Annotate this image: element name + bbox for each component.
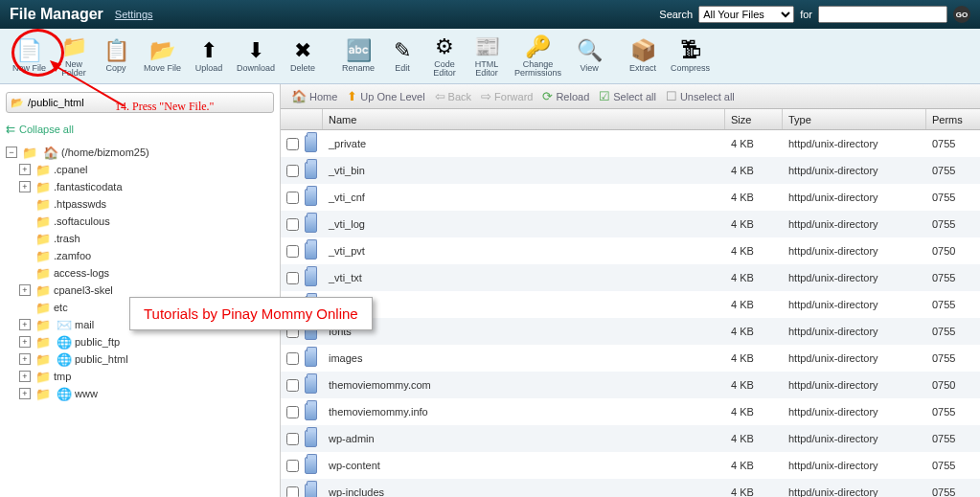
toolbar-view[interactable]: 🔍View [569, 33, 609, 79]
path-icon: 📂 [11, 97, 24, 109]
file-row[interactable]: _vti_cnf4 KBhttpd/unix-directory0755 [281, 184, 980, 211]
toggle-icon[interactable]: − [6, 147, 17, 158]
unselect-all-button[interactable]: ☐Unselect all [666, 89, 735, 103]
tree-node[interactable]: 📁.htpasswds [6, 195, 274, 213]
right-panel: 🏠Home ⬆Up One Level ⇦Back ⇨Forward ⟳Relo… [281, 84, 980, 497]
row-checkbox[interactable] [286, 486, 299, 498]
folder-icon [305, 242, 317, 260]
folder-icon: 📁 [35, 215, 51, 228]
row-checkbox[interactable] [286, 460, 299, 472]
toolbar-extract[interactable]: 📦Extract [623, 33, 663, 79]
toggle-icon[interactable]: + [19, 353, 31, 365]
toolbar-html-editor[interactable]: 📰HTMLEditor [467, 33, 507, 79]
toolbar-change-permissions[interactable]: 🔑ChangePermissions [509, 33, 567, 79]
forward-button[interactable]: ⇨Forward [481, 89, 533, 103]
file-row[interactable]: themoviemommy.info4 KBhttpd/unix-directo… [281, 398, 980, 425]
toggle-icon[interactable]: + [19, 164, 31, 175]
folder-icon: 📁 [35, 335, 51, 349]
toggle-icon[interactable]: + [19, 336, 31, 348]
toolbar-edit[interactable]: ✎Edit [382, 33, 422, 79]
row-checkbox[interactable] [286, 379, 299, 392]
file-row[interactable]: _vti_log4 KBhttpd/unix-directory0755 [281, 211, 980, 237]
go-button[interactable]: GO [953, 6, 970, 23]
copy-icon: 📋 [103, 38, 128, 63]
tree-node[interactable]: +📁.fantasticodata [6, 178, 274, 195]
file-row[interactable]: wp-admin4 KBhttpd/unix-directory0755 [281, 425, 980, 452]
toolbar-new-file[interactable]: 📄New File [7, 33, 52, 79]
file-row[interactable]: _vti_pvt4 KBhttpd/unix-directory0750 [281, 237, 980, 264]
col-type[interactable]: Type [783, 109, 926, 129]
header-bar: File Manager Settings Search All Your Fi… [0, 0, 980, 29]
reload-button[interactable]: ⟳Reload [542, 89, 589, 103]
row-checkbox[interactable] [286, 138, 299, 150]
tree-node[interactable]: +📁🌐public_ftp [6, 333, 274, 350]
file-row[interactable]: cgi-bin4 KBhttpd/unix-directory0755 [281, 291, 980, 318]
collapse-all-link[interactable]: ⇇ Collapse all [6, 123, 274, 136]
file-row[interactable]: _vti_txt4 KBhttpd/unix-directory0755 [281, 264, 980, 291]
row-size: 4 KB [725, 211, 783, 237]
file-row[interactable]: wp-content4 KBhttpd/unix-directory0755 [281, 452, 980, 479]
toolbar-code-editor[interactable]: ⚙CodeEditor [424, 33, 465, 79]
toggle-icon[interactable]: + [19, 181, 31, 192]
row-size: 4 KB [725, 130, 783, 157]
file-row[interactable]: fonts4 KBhttpd/unix-directory0755 [281, 318, 980, 345]
left-panel: 📂 ⇇ Collapse all − 📁 🏠 (/home/bizmom25) … [0, 84, 281, 497]
toolbar-delete[interactable]: ✖Delete [283, 33, 323, 79]
toggle-icon[interactable]: + [19, 284, 31, 296]
toggle-icon[interactable]: + [19, 371, 31, 382]
search-input[interactable] [818, 6, 947, 23]
row-type: httpd/unix-directory [783, 425, 926, 452]
search-scope-select[interactable]: All Your Files [698, 6, 794, 23]
row-size: 4 KB [725, 452, 783, 479]
folder-icon [305, 350, 317, 367]
row-perms: 0755 [926, 184, 980, 211]
row-checkbox[interactable] [286, 352, 299, 365]
tree-node[interactable]: +📁tmp [6, 368, 274, 385]
row-checkbox[interactable] [286, 165, 299, 177]
row-checkbox[interactable] [286, 218, 299, 231]
tree-node[interactable]: +📁🌐public_html [6, 350, 274, 368]
row-name: images [323, 345, 725, 372]
tree-node[interactable]: +📁🌐www [6, 385, 274, 402]
col-perms[interactable]: Perms [926, 109, 980, 129]
row-perms: 0750 [926, 237, 980, 264]
toolbar-move-file[interactable]: 📂Move File [138, 33, 187, 79]
toolbar-download[interactable]: ⬇Download [231, 33, 281, 79]
tree-node[interactable]: 📁.zamfoo [6, 247, 274, 264]
row-name: fonts [323, 318, 725, 345]
row-checkbox[interactable] [286, 272, 299, 284]
tree-root[interactable]: − 📁 🏠 (/home/bizmom25) [6, 144, 274, 161]
file-row[interactable]: wp-includes4 KBhttpd/unix-directory0755 [281, 479, 980, 497]
file-row[interactable]: _vti_bin4 KBhttpd/unix-directory0755 [281, 157, 980, 184]
tree-node[interactable]: 📁.softaculous [6, 213, 274, 230]
row-checkbox[interactable] [286, 406, 299, 418]
toolbar-new-folder[interactable]: 📁NewFolder [54, 33, 94, 79]
toggle-icon[interactable]: + [19, 388, 31, 399]
row-checkbox[interactable] [286, 245, 299, 258]
row-perms: 0755 [926, 398, 980, 425]
toggle-icon[interactable]: + [19, 319, 31, 330]
move-file-icon: 📂 [150, 38, 175, 63]
folder-icon [305, 403, 317, 420]
file-row[interactable]: themoviemommy.com4 KBhttpd/unix-director… [281, 372, 980, 398]
toolbar-compress[interactable]: 🗜Compress [665, 33, 716, 79]
toolbar-upload[interactable]: ⬆Upload [189, 33, 229, 79]
folder-icon [305, 135, 317, 152]
back-button[interactable]: ⇦Back [435, 89, 471, 103]
tree-node[interactable]: 📁.trash [6, 230, 274, 247]
up-level-button[interactable]: ⬆Up One Level [347, 89, 424, 103]
toolbar-rename[interactable]: 🔤Rename [336, 33, 380, 79]
row-checkbox[interactable] [286, 433, 299, 445]
col-size[interactable]: Size [725, 109, 783, 129]
toolbar-copy[interactable]: 📋Copy [96, 33, 136, 79]
file-row[interactable]: _private4 KBhttpd/unix-directory0755 [281, 130, 980, 157]
tree-node[interactable]: +📁.cpanel [6, 161, 274, 178]
home-button[interactable]: 🏠Home [291, 89, 337, 103]
select-all-button[interactable]: ☑Select all [599, 89, 656, 103]
row-checkbox[interactable] [286, 192, 299, 204]
settings-link[interactable]: Settings [115, 9, 153, 20]
file-row[interactable]: images4 KBhttpd/unix-directory0755 [281, 345, 980, 372]
col-name[interactable]: Name [323, 109, 725, 129]
tree-node[interactable]: 📁access-logs [6, 264, 274, 282]
row-perms: 0755 [926, 291, 980, 318]
